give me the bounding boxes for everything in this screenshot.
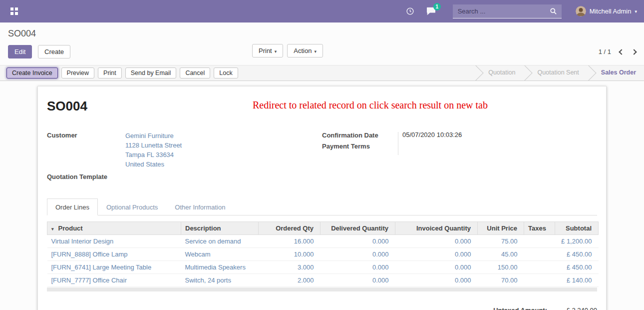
- product-link[interactable]: [FURN_6741] Large Meeting Table: [51, 264, 152, 271]
- delivered-qty-cell: 0.000: [321, 248, 395, 261]
- pager-value[interactable]: 1 / 1: [599, 48, 611, 56]
- column-header-description[interactable]: Description: [181, 222, 259, 235]
- create-invoice-button[interactable]: Create Invoice: [6, 68, 58, 78]
- invoiced-qty-cell: 0.000: [395, 235, 478, 248]
- description-cell: Webcam: [181, 248, 259, 261]
- taxes-cell: [524, 235, 555, 248]
- controls-row: Edit Create Print▾ Action▾ 1 / 1: [0, 40, 644, 65]
- totals-row: Untaxed Amount: £ 2,240.00: [47, 306, 597, 310]
- confirmation-date-value: 05/07/2020 10:03:26: [402, 131, 462, 139]
- print-button[interactable]: Print: [98, 68, 122, 78]
- navbar-search: [453, 4, 562, 18]
- description-cell: Service on demand: [181, 235, 259, 248]
- order-lines-body: Virtual Interior Design Service on deman…: [47, 235, 599, 287]
- center-buttons: Print▾ Action▾: [252, 44, 323, 58]
- optional-columns-icon[interactable]: ▾: [51, 226, 54, 232]
- chevron-down-icon: ▾: [275, 49, 277, 54]
- status-pipeline: Quotation Quotation Sent Sales Order: [475, 65, 644, 81]
- search-input[interactable]: [453, 8, 545, 15]
- field-groups: Customer Gemini Furniture 1128 Lunetta S…: [47, 131, 597, 184]
- subtotal-cell: £ 450.00: [555, 261, 599, 274]
- taxes-cell: [524, 261, 555, 274]
- preview-button[interactable]: Preview: [61, 68, 94, 78]
- search-icon[interactable]: [545, 8, 562, 15]
- sheet-header: SO004 Redirect to related record on clic…: [47, 98, 597, 114]
- description-cell: Switch, 24 ports: [181, 274, 259, 287]
- tab-other-information[interactable]: Other Information: [166, 198, 234, 216]
- tab-order-lines[interactable]: Order Lines: [47, 198, 98, 216]
- pager: 1 / 1: [599, 48, 636, 56]
- avatar: [576, 6, 586, 16]
- sales-order-sheet: SO004 Redirect to related record on clic…: [37, 86, 607, 310]
- product-link[interactable]: [FURN_7777] Office Chair: [51, 276, 127, 284]
- unit-price-cell: 75.00: [478, 235, 524, 248]
- invoiced-qty-cell: 0.000: [395, 261, 478, 274]
- customer-country: United States: [125, 160, 182, 169]
- top-navbar: 1 Mitchell Admin ▾: [0, 0, 644, 22]
- table-row[interactable]: [FURN_6741] Large Meeting Table Multimed…: [47, 261, 599, 274]
- unit-price-cell: 45.00: [478, 248, 524, 261]
- user-menu[interactable]: Mitchell Admin ▾: [576, 6, 637, 16]
- customer-city: Tampa FL 33634: [125, 150, 182, 160]
- breadcrumb-title: SO004: [8, 28, 36, 38]
- product-link[interactable]: Virtual Interior Design: [51, 238, 114, 245]
- grid-icon: [10, 8, 18, 15]
- tab-optional-products[interactable]: Optional Products: [98, 198, 166, 216]
- product-cell: [FURN_7777] Office Chair: [47, 274, 181, 287]
- ordered-qty-cell: 2.000: [259, 274, 321, 287]
- subtotal-cell: £ 450.00: [555, 248, 599, 261]
- delivered-qty-cell: 0.000: [321, 235, 395, 248]
- edit-button[interactable]: Edit: [8, 45, 32, 58]
- customer-name: Gemini Furniture: [125, 131, 182, 140]
- group-divider: [398, 132, 398, 155]
- column-header-ordered-qty[interactable]: Ordered Qty: [259, 222, 321, 235]
- order-lines-table: ▾Product Description Ordered Qty Deliver…: [47, 222, 599, 287]
- product-cell: [FURN_6741] Large Meeting Table: [47, 261, 181, 274]
- stage-sales-order[interactable]: Sales Order: [588, 65, 644, 81]
- breadcrumb: SO004: [0, 22, 644, 40]
- user-name: Mitchell Admin: [590, 8, 632, 15]
- print-dropdown-button[interactable]: Print▾: [252, 44, 283, 58]
- product-link[interactable]: [FURN_8888] Office Lamp: [51, 250, 128, 258]
- column-header-unit-price[interactable]: Unit Price: [478, 222, 524, 235]
- product-cell: Virtual Interior Design: [47, 235, 181, 248]
- customer-value[interactable]: Gemini Furniture 1128 Lunetta Street Tam…: [125, 131, 182, 169]
- notebook-tabs: Order Lines Optional Products Other Info…: [47, 198, 597, 216]
- messages-icon[interactable]: 1: [426, 7, 436, 16]
- create-button[interactable]: Create: [38, 45, 70, 58]
- cancel-button[interactable]: Cancel: [180, 68, 210, 78]
- payment-terms-label: Payment Terms: [322, 142, 402, 150]
- product-cell: [FURN_8888] Office Lamp: [47, 248, 181, 261]
- activity-clock-icon[interactable]: [406, 7, 414, 16]
- messages-badge: 1: [433, 3, 441, 10]
- column-header-taxes[interactable]: Taxes: [524, 222, 555, 235]
- taxes-cell: [524, 248, 555, 261]
- column-header-delivered-qty[interactable]: Delivered Quantity: [321, 222, 395, 235]
- column-header-subtotal[interactable]: Subtotal: [555, 222, 599, 235]
- taxes-cell: [524, 274, 555, 287]
- subtotal-cell: £ 1,200.00: [555, 235, 599, 248]
- annotation-text: Redirect to related record on click sear…: [253, 100, 488, 111]
- table-row[interactable]: Virtual Interior Design Service on deman…: [47, 235, 599, 248]
- quotation-template-label: Quotation Template: [47, 172, 125, 180]
- navbar-right: 1 Mitchell Admin ▾: [406, 4, 637, 18]
- delivered-qty-cell: 0.000: [321, 261, 395, 274]
- untaxed-amount-value: £ 2,240.00: [547, 306, 597, 310]
- table-row[interactable]: [FURN_8888] Office Lamp Webcam 10.000 0.…: [47, 248, 599, 261]
- table-row[interactable]: [FURN_7777] Office Chair Switch, 24 port…: [47, 274, 599, 287]
- lock-button[interactable]: Lock: [214, 68, 238, 78]
- table-horizontal-scrollbar[interactable]: [47, 288, 597, 292]
- column-header-product[interactable]: ▾Product: [47, 222, 181, 235]
- customer-label: Customer: [47, 131, 125, 169]
- pager-previous-icon[interactable]: [619, 49, 624, 54]
- customer-street: 1128 Lunetta Street: [125, 140, 182, 150]
- apps-menu-icon[interactable]: [7, 4, 21, 18]
- chevron-down-icon: ▾: [635, 9, 637, 14]
- action-dropdown-button[interactable]: Action▾: [287, 44, 323, 58]
- ordered-qty-cell: 10.000: [259, 248, 321, 261]
- pager-next-icon[interactable]: [631, 49, 637, 54]
- stage-quotation-sent[interactable]: Quotation Sent: [524, 65, 588, 81]
- delivered-qty-cell: 0.000: [321, 274, 395, 287]
- column-header-invoiced-qty[interactable]: Invoiced Quantity: [395, 222, 478, 235]
- send-by-email-button[interactable]: Send by Email: [125, 68, 177, 78]
